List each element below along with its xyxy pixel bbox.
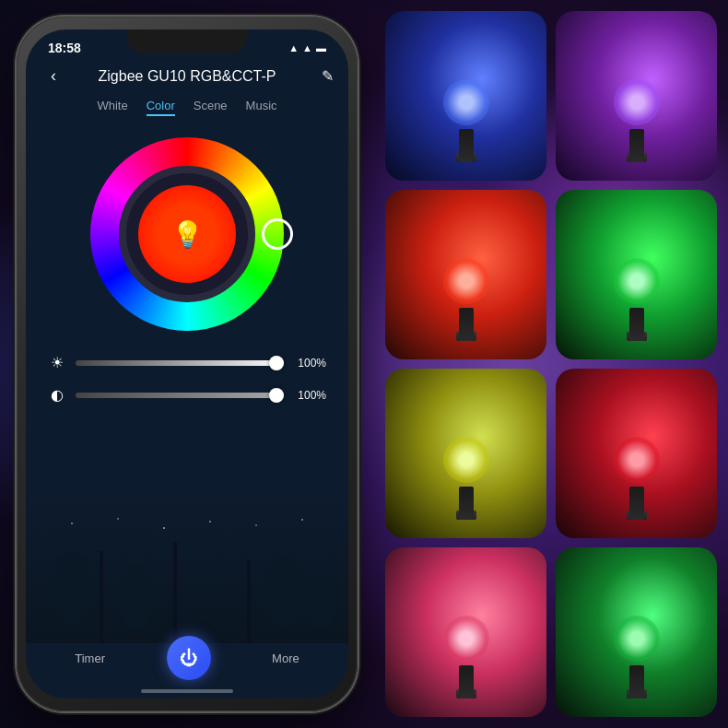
- timer-button[interactable]: Timer: [75, 652, 105, 665]
- glow-blue: [443, 79, 489, 125]
- tab-scene[interactable]: Scene: [194, 97, 228, 116]
- contrast-icon: ◐: [48, 386, 66, 404]
- grid-cell-purple[interactable]: [556, 11, 717, 181]
- bulb-darkred: [609, 437, 664, 520]
- svg-point-11: [264, 558, 304, 628]
- contrast-slider-row: ◐ 100%: [48, 386, 326, 404]
- contrast-thumb[interactable]: [269, 388, 284, 403]
- grid-cell-darkgreen[interactable]: [556, 547, 717, 717]
- color-grid: [385, 11, 717, 717]
- svg-point-4: [255, 524, 257, 526]
- color-wheel[interactable]: 💡: [90, 137, 284, 331]
- power-icon: ⏻: [180, 648, 198, 669]
- glow-green: [614, 258, 660, 304]
- color-wheel-inner: 💡: [119, 166, 255, 302]
- grid-cell-red[interactable]: [385, 190, 546, 359]
- bulb-yellow: [439, 437, 494, 520]
- bottom-bar: Timer ⏻ More: [26, 636, 348, 680]
- grid-cell-green[interactable]: [556, 190, 717, 359]
- brightness-slider-row: ☀ 100%: [48, 354, 326, 371]
- tab-music[interactable]: Music: [246, 97, 277, 116]
- color-wheel-area[interactable]: 💡: [26, 123, 348, 345]
- bulb-blue: [439, 79, 494, 162]
- more-label: More: [272, 652, 299, 665]
- scene-silhouette-svg: [26, 514, 348, 643]
- grid-cell-pink[interactable]: [385, 547, 546, 717]
- glow-darkred: [614, 437, 660, 483]
- glow-purple: [614, 79, 660, 125]
- brightness-icon: ☀: [48, 354, 66, 371]
- wheel-selector[interactable]: [262, 218, 293, 250]
- svg-rect-8: [247, 560, 251, 643]
- svg-point-0: [71, 523, 73, 524]
- body-blue: [459, 129, 474, 162]
- glow-red: [443, 258, 489, 304]
- body-darkgreen: [629, 665, 644, 699]
- svg-point-9: [53, 551, 90, 625]
- tab-white[interactable]: White: [97, 97, 127, 116]
- glow-darkgreen: [614, 616, 660, 662]
- app-title: Zigbee GU10 RGB&CCT-P: [66, 68, 308, 85]
- phone-notch: [127, 29, 247, 53]
- grid-cell-darkred[interactable]: [556, 369, 717, 538]
- home-indicator: [141, 689, 233, 693]
- svg-point-10: [120, 565, 153, 629]
- brightness-track[interactable]: [76, 360, 284, 366]
- bulb-green: [609, 258, 664, 341]
- body-purple: [629, 129, 644, 162]
- phone-frame: 18:58 ▲ ▲ ▬ ‹ Zigbee GU10 RGB&CCT-P ✎ Wh…: [17, 17, 358, 711]
- svg-point-3: [209, 521, 211, 523]
- bulb-center-icon: 💡: [171, 219, 204, 250]
- grid-cell-yellow[interactable]: [385, 369, 546, 538]
- svg-point-12: [306, 574, 335, 629]
- tab-bar: White Color Scene Music: [26, 93, 348, 123]
- signal-icon: ▲: [288, 42, 299, 53]
- more-button[interactable]: More: [272, 652, 299, 665]
- svg-rect-7: [173, 542, 177, 643]
- glow-yellow: [443, 437, 489, 483]
- svg-point-1: [117, 518, 119, 520]
- power-button[interactable]: ⏻: [167, 636, 211, 680]
- body-yellow: [459, 487, 474, 520]
- tab-color[interactable]: Color: [147, 97, 175, 116]
- bulb-red: [439, 258, 494, 341]
- timer-label: Timer: [75, 652, 105, 665]
- color-wheel-center: 💡: [138, 185, 236, 283]
- bulb-darkgreen: [609, 616, 664, 699]
- scene-background: [26, 477, 348, 643]
- edit-button[interactable]: ✎: [308, 67, 334, 85]
- glow-pink: [443, 616, 489, 662]
- body-green: [629, 308, 644, 341]
- contrast-value: 100%: [293, 389, 326, 402]
- svg-point-2: [163, 527, 165, 529]
- svg-rect-6: [100, 551, 103, 643]
- body-pink: [459, 665, 474, 699]
- body-darkred: [629, 487, 644, 520]
- status-time: 18:58: [48, 41, 81, 55]
- brightness-thumb[interactable]: [269, 356, 284, 370]
- status-icons: ▲ ▲ ▬: [288, 42, 326, 53]
- brightness-value: 100%: [293, 357, 326, 370]
- sliders-area: ☀ 100% ◐ 100%: [26, 345, 348, 428]
- wifi-icon: ▲: [302, 42, 312, 53]
- grid-cell-blue[interactable]: [385, 11, 546, 181]
- phone-device: 18:58 ▲ ▲ ▬ ‹ Zigbee GU10 RGB&CCT-P ✎ Wh…: [17, 17, 358, 711]
- bulb-pink: [439, 616, 494, 699]
- bulb-purple: [609, 79, 664, 162]
- contrast-track[interactable]: [76, 393, 284, 398]
- phone-screen: 18:58 ▲ ▲ ▬ ‹ Zigbee GU10 RGB&CCT-P ✎ Wh…: [26, 29, 348, 699]
- battery-icon: ▬: [316, 42, 326, 53]
- svg-point-5: [301, 519, 303, 521]
- body-red: [459, 308, 474, 341]
- back-button[interactable]: ‹: [41, 66, 66, 86]
- app-header: ‹ Zigbee GU10 RGB&CCT-P ✎: [26, 63, 348, 93]
